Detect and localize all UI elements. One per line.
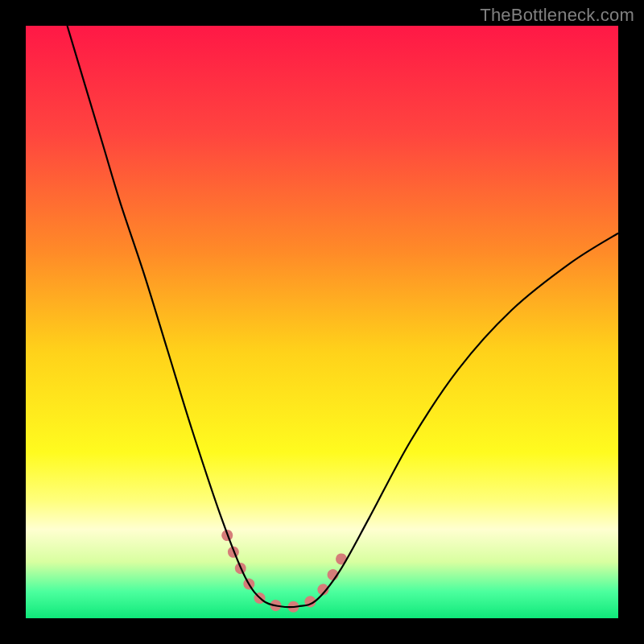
bottleneck-chart [26,26,618,618]
chart-frame: TheBottleneck.com [0,0,644,644]
plot-area [26,26,618,618]
gradient-background [26,26,618,618]
watermark-text: TheBottleneck.com [480,5,634,26]
